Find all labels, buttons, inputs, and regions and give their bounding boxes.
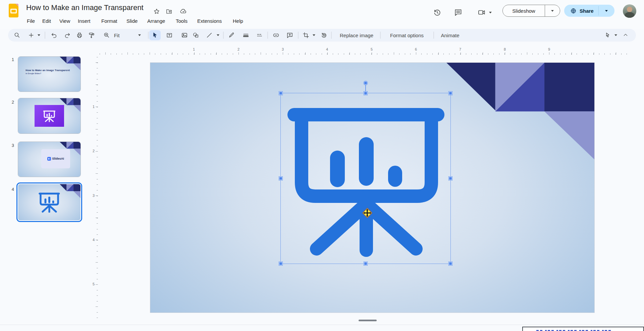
slideshow-dropdown[interactable] <box>545 10 560 12</box>
print-icon[interactable] <box>76 32 83 39</box>
slide-number: 2 <box>8 100 14 105</box>
resize-handle-nw[interactable] <box>279 92 282 95</box>
titlebar: How to Make an Image Transparent File Ed… <box>0 0 644 29</box>
search-menus-icon[interactable] <box>14 32 20 39</box>
slideshow-button[interactable]: Slideshow <box>502 5 560 17</box>
menu-help[interactable]: Help <box>233 18 243 24</box>
main-toolbar: Fit Replace image Format options Animate <box>8 29 636 42</box>
ruler-number: 3 <box>91 194 96 198</box>
presentation-board-image[interactable] <box>281 93 451 264</box>
zoom-in-icon[interactable] <box>103 32 110 39</box>
resize-handle-se[interactable] <box>449 262 452 265</box>
cloud-saved-icon[interactable] <box>180 8 187 15</box>
rotation-handle[interactable] <box>364 81 368 85</box>
replace-image-button[interactable]: Replace image <box>340 33 373 38</box>
text-box-icon[interactable] <box>166 32 173 39</box>
ruler-number: 4 <box>91 238 96 242</box>
crop-icon[interactable] <box>303 32 309 39</box>
ruler-ticks <box>96 62 98 317</box>
resize-handle-ne[interactable] <box>449 92 452 95</box>
version-history-icon[interactable] <box>433 8 441 16</box>
ruler-number: 1 <box>91 105 96 109</box>
move-cursor-icon <box>362 207 373 219</box>
slides-logo-icon[interactable] <box>9 4 18 17</box>
menu-view[interactable]: View <box>59 18 70 24</box>
comments-icon[interactable] <box>454 8 462 16</box>
selection-bounding-box[interactable] <box>280 93 451 264</box>
slideshow-label[interactable]: Slideshow <box>503 5 545 16</box>
share-label: Share <box>580 8 594 14</box>
insert-link-icon[interactable] <box>273 32 279 39</box>
resize-handle-sw[interactable] <box>279 262 282 265</box>
ruler-number: 8 <box>504 47 506 51</box>
menu-arrange[interactable]: Arrange <box>147 18 165 24</box>
slide-number: 1 <box>8 57 14 62</box>
add-comment-icon[interactable] <box>286 32 293 39</box>
insert-line-icon[interactable] <box>206 32 213 39</box>
star-icon[interactable] <box>153 8 160 15</box>
collapse-toolbar-chevron-icon[interactable] <box>623 33 628 38</box>
resize-handle-s[interactable] <box>364 262 367 265</box>
slide-number: 4 <box>8 187 14 192</box>
editing-mode-caret[interactable] <box>614 35 617 36</box>
menu-file[interactable]: File <box>27 18 35 24</box>
format-options-button[interactable]: Format options <box>390 33 424 38</box>
camera-dropdown-caret[interactable] <box>489 12 492 13</box>
slidesai-logo-icon <box>47 157 51 161</box>
thumb1-title: How to Make an Image Transparent <box>25 69 70 72</box>
ruler-number: 6 <box>415 47 417 51</box>
animate-button[interactable]: Animate <box>441 33 459 38</box>
line-dash-icon[interactable] <box>256 32 263 39</box>
ruler-number: 2 <box>91 149 96 153</box>
menu-insert[interactable]: Insert <box>78 18 91 24</box>
document-title[interactable]: How to Make an Image Transparent <box>26 3 144 12</box>
toolbar-separator <box>434 32 434 39</box>
menu-extensions[interactable]: Extensions <box>197 18 222 24</box>
ruler-number: 1 <box>193 47 195 51</box>
toolbar-separator <box>298 32 299 39</box>
share-button[interactable]: Share <box>564 5 614 17</box>
border-color-pen-icon[interactable] <box>228 32 235 39</box>
redo-icon[interactable] <box>64 32 71 39</box>
menu-edit[interactable]: Edit <box>42 18 51 24</box>
menu-format[interactable]: Format <box>101 18 117 24</box>
zoom-fit-caret[interactable] <box>138 35 141 36</box>
menu-tools[interactable]: Tools <box>176 18 187 24</box>
toolbar-separator <box>148 32 149 39</box>
ruler-number: 4 <box>326 47 328 51</box>
slide-thumbnail-2[interactable] <box>18 98 81 134</box>
insert-shape-icon[interactable] <box>193 32 199 39</box>
crop-caret[interactable] <box>313 35 315 36</box>
add-slide-caret[interactable] <box>38 35 40 36</box>
reset-image-icon[interactable] <box>321 32 327 39</box>
resize-handle-n[interactable] <box>364 92 367 95</box>
user-avatar[interactable] <box>623 4 636 18</box>
move-folder-icon[interactable] <box>166 8 172 15</box>
thumb1-text: How to Make an Image Transparent in Goog… <box>25 69 70 74</box>
line-weight-icon[interactable] <box>243 32 249 39</box>
zoom-fit-label[interactable]: Fit <box>114 33 120 38</box>
toolbar-separator <box>331 32 332 39</box>
add-slide-icon[interactable] <box>28 32 35 39</box>
undo-icon[interactable] <box>51 32 57 39</box>
slide-thumbnail-4-selected[interactable] <box>16 182 82 222</box>
resize-handle-e[interactable] <box>449 177 452 180</box>
slide-thumbnail-1[interactable]: How to Make an Image Transparent in Goog… <box>18 56 81 92</box>
slidesai-logo-text: SlidesAI <box>52 157 64 160</box>
share-dropdown[interactable] <box>599 10 614 12</box>
editing-mode-cursor-icon[interactable] <box>605 32 611 39</box>
slide-thumbnail-3[interactable]: SlidesAI <box>18 142 81 177</box>
select-tool-button[interactable] <box>149 30 161 40</box>
meet-camera-icon[interactable] <box>478 8 486 16</box>
ruler-number: 2 <box>237 47 239 51</box>
menu-slide[interactable]: Slide <box>126 18 138 24</box>
ruler-number: 7 <box>459 47 461 51</box>
ruler-ticks <box>105 52 630 55</box>
ruler-number: 5 <box>91 282 96 286</box>
speaker-notes-drag-handle[interactable] <box>359 320 377 321</box>
thumb1-subtitle: in Google Slides? <box>25 72 70 74</box>
paint-format-icon[interactable] <box>88 32 95 39</box>
insert-line-caret[interactable] <box>217 35 219 36</box>
resize-handle-w[interactable] <box>279 177 282 180</box>
insert-image-icon[interactable] <box>181 32 188 39</box>
